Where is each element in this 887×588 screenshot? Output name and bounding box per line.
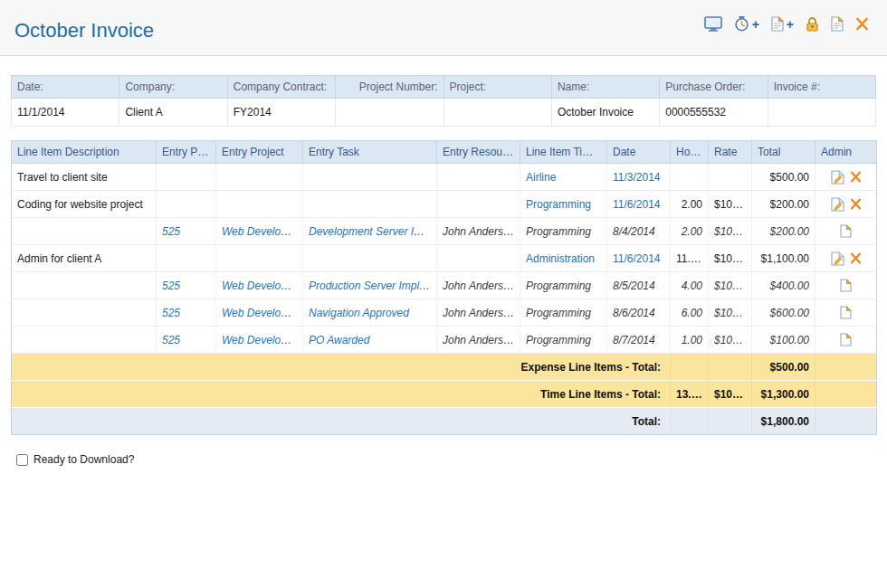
delete-icon[interactable] [850,171,862,183]
delete-invoice-button[interactable] [855,17,869,31]
entry-project-link[interactable]: Web Development [222,280,303,292]
total-cell: $600.00 [752,299,815,327]
info-value-1: Client A [119,99,227,127]
info-header-6: Purchase Order: [660,76,768,99]
summary-hours: 13.00 [671,381,709,408]
entry-project-number-link[interactable]: 525 [162,225,180,238]
delete-icon[interactable] [850,198,862,210]
date-link[interactable]: 11/3/2014 [613,171,661,184]
entry-resource-cell: John Anderson [437,272,520,299]
summary-hours [671,354,709,381]
date-link[interactable]: 11/6/2014 [613,252,661,265]
line-item-row: Coding for website projectProgramming11/… [12,191,877,218]
summary-total: $500.00 [752,354,815,381]
entry-project-number-link[interactable]: 525 [162,334,180,346]
entry-resource-cell: John Anderson [437,299,520,327]
document-icon[interactable] [840,333,852,346]
delete-icon[interactable] [850,252,862,264]
edit-icon[interactable] [831,197,844,212]
invoice-info-table: Date:Company:Company Contract:Project Nu… [11,75,876,127]
entry-row: 525Web DevelopmentNavigation ApprovedJoh… [12,299,877,327]
clock-icon [734,16,749,32]
document-icon[interactable] [840,279,852,292]
total-cell: $500.00 [752,164,815,191]
page-header: October Invoice ++ [0,0,887,56]
ready-to-download-row: Ready to Download? [16,453,876,466]
summary-row-expense: Expense Line Items - Total:$500.00 [12,354,877,381]
time-type-link[interactable]: Airline [526,171,556,184]
entry-project-link[interactable]: Web Development [222,307,303,319]
time-type-cell: Programming [520,218,607,245]
info-header-7: Invoice #: [768,76,875,99]
entry-task-link[interactable]: Navigation Approved [309,307,409,319]
entry-project-number-link[interactable]: 525 [162,307,180,319]
info-value-6: 0000555532 [660,99,768,127]
hours-cell [671,164,709,191]
document-icon[interactable] [840,306,852,319]
rate-cell [709,164,752,191]
entry-task-link[interactable]: PO Awarded [309,334,369,346]
date-link[interactable]: 11/6/2014 [613,198,661,211]
total-cell: $200.00 [752,218,815,245]
info-value-0: 11/1/2014 [12,99,119,127]
col-header-0: Line Item Description [12,141,157,164]
ready-to-download-label: Ready to Download? [33,453,134,466]
time-type-cell: Programming [520,272,607,299]
time-type-cell: Programming [520,299,607,327]
admin-cell [815,191,877,218]
hours-cell: 1.00 [671,327,709,354]
col-header-6: Date [607,141,671,164]
rate-cell: $100.00 [709,245,752,272]
preview-invoice-button[interactable] [704,16,722,32]
time-type-link[interactable]: Administration [526,252,595,265]
main-content: Date:Company:Company Contract:Project Nu… [0,56,887,466]
date-cell: 8/5/2014 [607,272,671,299]
line-item-description: Travel to client site [12,164,157,191]
entry-task-link[interactable]: Production Server Implemen... [309,280,437,292]
doc-icon [771,16,784,32]
entry-project-link[interactable]: Web Development [222,334,303,346]
col-header-3: Entry Task [303,141,437,164]
line-items-table: Line Item DescriptionEntry Proj...Entry … [11,140,877,435]
info-header-4: Project: [444,76,551,99]
col-header-1: Entry Proj... [157,141,216,164]
entry-task-link[interactable]: Development Server Implem... [309,225,437,238]
hours-cell: 6.00 [671,299,709,327]
add-time-line-item-button[interactable]: + [734,16,759,32]
date-cell: 8/7/2014 [607,327,671,354]
document-icon[interactable] [840,224,852,238]
hours-cell: 11.00 [671,245,709,272]
admin-cell [815,299,877,327]
summary-label: Total: [12,408,671,435]
export-invoice-button[interactable] [831,16,844,32]
edit-icon[interactable] [831,170,844,185]
info-header-0: Date: [12,76,119,99]
invoice-page: October Invoice ++ Date:Company:Company … [0,0,887,466]
time-type-link[interactable]: Programming [526,198,591,211]
col-header-9: Total [752,141,815,164]
ready-to-download-checkbox[interactable] [16,454,28,466]
entry-row: 525Web DevelopmentProduction Server Impl… [12,272,877,299]
lock-invoice-button[interactable] [806,16,819,32]
monitor-icon [704,16,722,32]
summary-rate [709,408,752,435]
rate-cell: $100.00 [709,299,752,327]
entry-row: 525Web DevelopmentPO AwardedJohn Anderso… [12,327,877,354]
info-header-2: Company Contract: [227,76,335,99]
total-cell: $100.00 [752,327,815,354]
line-item-description: Admin for client A [12,245,157,272]
doc-icon [831,16,844,32]
summary-total: $1,300.00 [752,381,815,408]
total-cell: $200.00 [752,191,815,218]
col-header-2: Entry Project [216,141,303,164]
entry-project-number-link[interactable]: 525 [162,280,180,292]
hours-cell: 2.00 [671,218,709,245]
line-item-row: Travel to client siteAirline11/3/2014$50… [12,164,877,191]
entry-project-link[interactable]: Web Development [222,225,303,238]
add-expense-line-item-button[interactable]: + [771,16,794,32]
edit-icon[interactable] [831,251,844,266]
total-cell: $1,100.00 [752,245,815,272]
info-value-7 [768,99,875,127]
admin-cell [815,327,877,354]
admin-cell [815,164,877,191]
